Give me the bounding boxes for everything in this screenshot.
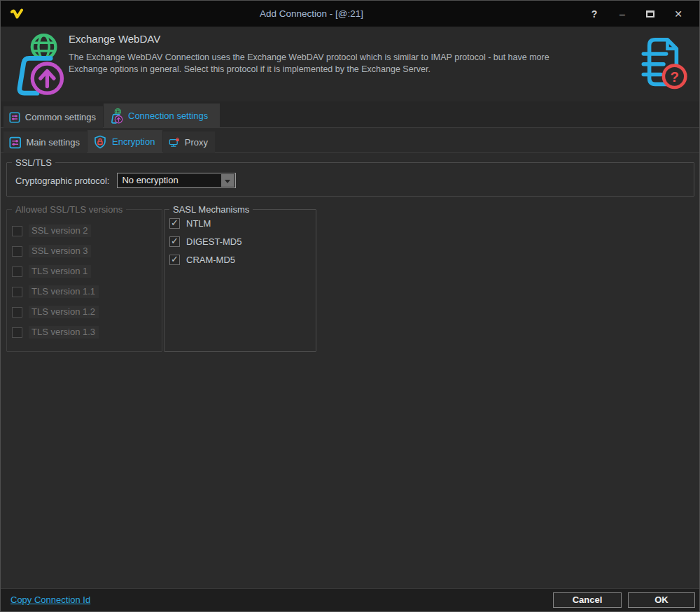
ssl-tls-legend: SSL/TLS bbox=[12, 157, 55, 168]
checkbox-label: TLS version 1.3 bbox=[29, 326, 99, 339]
allowed-ssl-tls-versions-group: Allowed SSL/TLS versions SSL version 2 S… bbox=[6, 204, 162, 352]
checkbox-row-ntlm[interactable]: NTLM bbox=[169, 218, 316, 229]
secondary-tab-strip: Main settings Encryption Proxy bbox=[1, 129, 699, 153]
add-connection-window: Add Connection - [@:21] ? – ✕ Exchange W… bbox=[0, 0, 700, 612]
encryption-panel: SSL/TLS Cryptographic protocol: No encry… bbox=[1, 154, 699, 588]
close-button[interactable]: ✕ bbox=[664, 8, 692, 20]
dropdown-arrow-icon[interactable] bbox=[221, 174, 234, 187]
tab-common-settings[interactable]: Common settings bbox=[4, 106, 103, 128]
checkbox-label: DIGEST-MD5 bbox=[186, 236, 241, 247]
tab-connection-settings[interactable]: Connection settings bbox=[104, 104, 220, 128]
checkbox-checked[interactable] bbox=[169, 255, 180, 265]
tab-label: Common settings bbox=[25, 112, 96, 122]
checkbox-row-ssl3: SSL version 3 bbox=[12, 245, 162, 257]
checkbox-label: NTLM bbox=[186, 218, 211, 229]
tab-label: Proxy bbox=[185, 137, 208, 148]
checkbox-row-tls11: TLS version 1.1 bbox=[12, 285, 162, 298]
checkbox-unchecked bbox=[12, 287, 22, 297]
exchange-webdav-connection-icon bbox=[8, 31, 66, 97]
checkbox-label: TLS version 1 bbox=[29, 265, 91, 278]
checkbox-label: SSL version 3 bbox=[29, 245, 91, 257]
cryptographic-protocol-row: Cryptographic protocol: No encryption bbox=[7, 168, 694, 188]
primary-tab-strip: Common settings Connection settings bbox=[1, 101, 699, 128]
checkbox-row-tls13: TLS version 1.3 bbox=[12, 326, 162, 339]
checkbox-row-cram-md5[interactable]: CRAM-MD5 bbox=[169, 255, 316, 265]
sasl-legend: SASL Mechanisms bbox=[169, 204, 253, 215]
checkbox-unchecked bbox=[12, 307, 22, 318]
header: Exchange WebDAV The Exchange WebDAV Conn… bbox=[1, 27, 699, 101]
cancel-button[interactable]: Cancel bbox=[553, 592, 622, 608]
maximize-icon bbox=[646, 10, 654, 17]
protocol-description: The Exchange WebDAV Connection uses the … bbox=[69, 52, 550, 76]
checkbox-row-tls12: TLS version 1.2 bbox=[12, 306, 162, 318]
footer-bar: Copy Connection Id Cancel OK bbox=[1, 588, 699, 611]
sliders-icon bbox=[9, 111, 20, 124]
connection-icon bbox=[109, 108, 123, 124]
checkbox-label: TLS version 1.2 bbox=[29, 306, 99, 318]
checkbox-unchecked bbox=[12, 226, 22, 236]
sliders-icon bbox=[9, 136, 21, 150]
tab-label: Connection settings bbox=[128, 111, 208, 121]
protocol-description-line2: Exchange options in general. Select this… bbox=[69, 64, 550, 76]
tab-label: Encryption bbox=[112, 136, 155, 147]
checkbox-unchecked bbox=[12, 327, 22, 338]
protocol-description-line1: The Exchange WebDAV Connection uses the … bbox=[69, 52, 550, 64]
tab-encryption[interactable]: Encryption bbox=[88, 130, 162, 153]
allowed-versions-list: SSL version 2 SSL version 3 TLS version … bbox=[7, 215, 162, 339]
checkbox-checked[interactable] bbox=[169, 236, 180, 247]
checkbox-row-ssl2: SSL version 2 bbox=[12, 225, 162, 237]
checkbox-label: TLS version 1.1 bbox=[29, 285, 99, 298]
sasl-mechanisms-group: SASL Mechanisms NTLM DIGEST-MD5 CRAM-MD5 bbox=[164, 204, 316, 352]
checkbox-row-digest-md5[interactable]: DIGEST-MD5 bbox=[169, 236, 316, 247]
shield-lock-icon bbox=[93, 135, 107, 149]
tab-proxy[interactable]: Proxy bbox=[163, 131, 215, 153]
dropdown-value: No encryption bbox=[122, 173, 178, 187]
protocol-title: Exchange WebDAV bbox=[69, 33, 160, 45]
ssl-tls-group: SSL/TLS Cryptographic protocol: No encry… bbox=[6, 157, 694, 197]
checkbox-unchecked bbox=[12, 246, 22, 257]
allowed-versions-legend: Allowed SSL/TLS versions bbox=[12, 204, 126, 215]
checkbox-label: SSL version 2 bbox=[29, 225, 91, 237]
sasl-list: NTLM DIGEST-MD5 CRAM-MD5 bbox=[164, 215, 316, 265]
maximize-button[interactable] bbox=[636, 8, 664, 20]
proxy-lock-icon bbox=[169, 136, 180, 150]
checkbox-label: CRAM-MD5 bbox=[186, 255, 235, 265]
help-button[interactable]: ? bbox=[580, 8, 608, 20]
checkbox-unchecked bbox=[12, 266, 22, 277]
document-help-icon bbox=[638, 33, 688, 92]
titlebar[interactable]: Add Connection - [@:21] ? – ✕ bbox=[1, 1, 699, 27]
ok-button[interactable]: OK bbox=[628, 592, 695, 608]
minimize-button[interactable]: – bbox=[608, 8, 636, 20]
copy-connection-id-link[interactable]: Copy Connection Id bbox=[10, 595, 90, 605]
checkbox-checked[interactable] bbox=[169, 218, 180, 229]
cryptographic-protocol-label: Cryptographic protocol: bbox=[15, 176, 109, 186]
cryptographic-protocol-dropdown[interactable]: No encryption bbox=[117, 173, 236, 188]
checkbox-row-tls1: TLS version 1 bbox=[12, 265, 162, 278]
window-controls: ? – ✕ bbox=[580, 1, 692, 27]
window-title: Add Connection - [@:21] bbox=[1, 1, 622, 27]
tab-main-settings[interactable]: Main settings bbox=[4, 131, 87, 153]
tab-label: Main settings bbox=[26, 137, 80, 148]
